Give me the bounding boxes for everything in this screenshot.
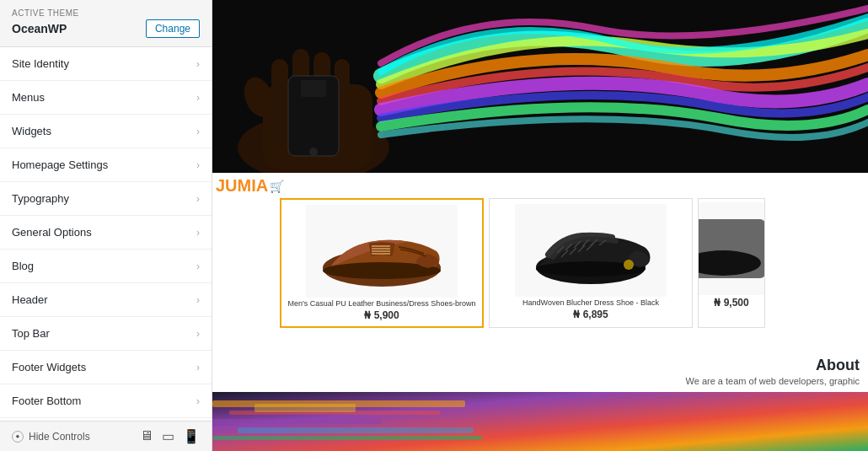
svg-rect-39	[212, 419, 381, 424]
preview-device-icons: 🖥 ▭ 📱	[140, 428, 200, 444]
sidebar-item-label: Top Bar	[12, 327, 50, 340]
chevron-right-icon: ›	[196, 193, 200, 205]
svg-rect-41	[212, 436, 482, 440]
product-card-3: ₦ 9,500	[698, 198, 765, 328]
desktop-icon[interactable]: 🖥	[140, 428, 153, 444]
chevron-right-icon: ›	[196, 260, 200, 272]
sidebar-item-blog[interactable]: Blog ›	[0, 250, 212, 283]
sidebar-item-site-identity[interactable]: Site Identity ›	[0, 47, 212, 81]
products-row: Men's Casual PU Leather Business/Dress S…	[212, 173, 868, 328]
product-card-1: Men's Casual PU Leather Business/Dress S…	[280, 198, 484, 328]
sidebar-item-label: Widgets	[12, 125, 51, 137]
sidebar-item-header[interactable]: Header ›	[0, 283, 212, 317]
sidebar-item-label: Typography	[12, 192, 69, 205]
jumia-cart-icon: 🛒	[270, 180, 284, 193]
sidebar-item-typography[interactable]: Typography ›	[0, 182, 212, 216]
sidebar-item-menus[interactable]: Menus ›	[0, 81, 212, 115]
sidebar-header: Active theme OceanWP Change	[0, 0, 212, 47]
about-section: About We are a team of web developers, g…	[212, 350, 868, 392]
chevron-right-icon: ›	[196, 294, 200, 306]
svg-rect-10	[301, 80, 326, 97]
change-theme-button[interactable]: Change	[146, 19, 200, 38]
hide-controls-label[interactable]: Hide Controls	[29, 431, 135, 443]
svg-rect-3	[271, 59, 288, 101]
product-2-price: ₦ 6,895	[573, 309, 608, 320]
about-text: We are a team of web developers, graphic	[686, 376, 860, 386]
about-title: About	[816, 357, 860, 374]
products-section: JUMIA 🛒	[212, 173, 868, 350]
sidebar-item-widgets[interactable]: Widgets ›	[0, 115, 212, 148]
chevron-right-icon: ›	[196, 159, 200, 171]
sidebar-item-label: General Options	[12, 226, 92, 239]
product-2-name: HandWoven Blucher Dress Shoe - Black	[522, 298, 659, 307]
sidebar-item-general-options[interactable]: General Options ›	[0, 216, 212, 250]
chevron-right-icon: ›	[196, 328, 200, 340]
chevron-right-icon: ›	[196, 58, 200, 70]
theme-name: OceanWP	[12, 22, 67, 35]
hero-section	[212, 0, 868, 173]
product-1-name: Men's Casual PU Leather Business/Dress S…	[288, 299, 476, 308]
sidebar-item-label: Footer Bottom	[12, 395, 81, 407]
bottom-strip	[212, 392, 868, 451]
sidebar-item-footer-bottom[interactable]: Footer Bottom ›	[0, 384, 212, 418]
sidebar-item-footer-widgets[interactable]: Footer Widgets ›	[0, 351, 212, 384]
mobile-icon[interactable]: 📱	[183, 428, 200, 444]
product-1-price: ₦ 5,900	[364, 309, 399, 321]
sidebar-item-label: Homepage Settings	[12, 158, 108, 171]
chevron-right-icon: ›	[196, 362, 200, 373]
sidebar-footer: ● Hide Controls 🖥 ▭ 📱	[0, 421, 212, 451]
svg-point-9	[309, 148, 318, 156]
sidebar-item-label: Blog	[12, 260, 34, 272]
product-3-price: ₦ 9,500	[714, 297, 748, 309]
chevron-right-icon: ›	[196, 227, 200, 239]
svg-point-32	[625, 261, 632, 268]
sidebar-navigation: Site Identity › Menus › Widgets › Homepa…	[0, 47, 212, 421]
sidebar: Active theme OceanWP Change Site Identit…	[0, 0, 212, 451]
sidebar-item-label: Site Identity	[12, 57, 69, 70]
chevron-right-icon: ›	[196, 92, 200, 104]
hide-controls-icon: ●	[12, 431, 24, 443]
sidebar-item-label: Menus	[12, 91, 45, 104]
sidebar-item-homepage-settings[interactable]: Homepage Settings ›	[0, 148, 212, 182]
svg-rect-40	[238, 427, 474, 433]
active-theme-label: Active theme	[12, 8, 200, 18]
sidebar-item-label: Footer Widgets	[12, 361, 86, 373]
preview-area: JUMIA 🛒	[212, 0, 868, 451]
jumia-logo: JUMIA	[216, 176, 268, 196]
chevron-right-icon: ›	[196, 395, 200, 407]
tablet-icon[interactable]: ▭	[162, 428, 174, 444]
product-card-2: HandWoven Blucher Dress Shoe - Black ₦ 6…	[489, 198, 693, 328]
svg-rect-42	[255, 404, 356, 412]
sidebar-item-top-bar[interactable]: Top Bar ›	[0, 317, 212, 351]
sidebar-item-label: Header	[12, 293, 48, 306]
chevron-right-icon: ›	[196, 126, 200, 137]
